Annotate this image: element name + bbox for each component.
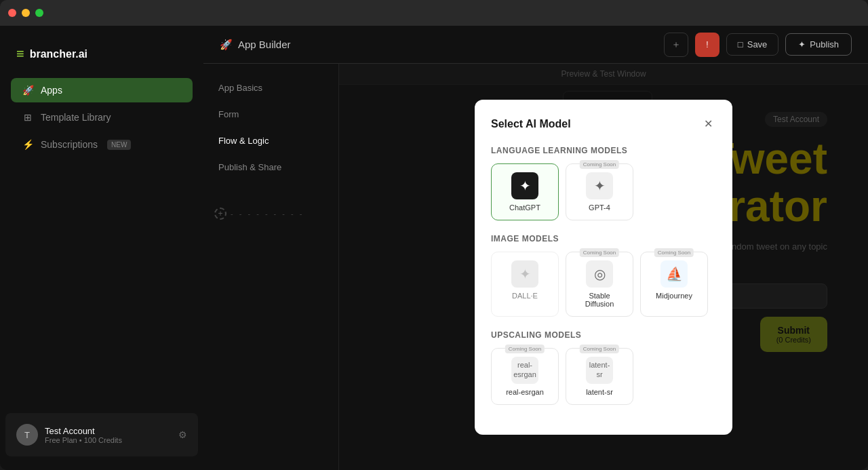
language-model-grid: ✦ ChatGPT Coming Soon ✦ GPT-4	[491, 163, 716, 220]
nav-items: 🚀 Apps ⊞ Template Library ⚡ Subscription…	[0, 78, 203, 413]
logo-icon: ≡	[16, 46, 24, 62]
account-details: Test Account Free Plan • 100 Credits	[45, 426, 122, 444]
builder-nav-app-basics[interactable]: App Basics	[203, 75, 338, 101]
builder-nav-publish-share[interactable]: Publish & Share	[203, 154, 338, 180]
logo: ≡ brancher.ai	[0, 39, 203, 78]
window: ≡ brancher.ai 🚀 Apps ⊞ Template Library …	[0, 0, 868, 470]
image-section: Image Models ✦ DALL·E Coming Soon ◎	[491, 234, 716, 317]
apps-icon: 🚀	[22, 85, 34, 96]
stable-diffusion-icon: ◎	[586, 260, 613, 288]
sidebar-item-template-label: Template Library	[41, 112, 111, 123]
language-section: Language Learning Models ✦ ChatGPT Comin…	[491, 146, 716, 220]
midjourney-icon: ⛵	[660, 260, 688, 288]
add-node-button[interactable]: +	[214, 208, 226, 220]
main-content: 🚀 App Builder ＋ ! □ Save ✦ Publish	[203, 26, 868, 470]
chatgpt-icon: ✦	[511, 172, 538, 199]
add-button[interactable]: ＋	[664, 33, 688, 57]
real-esrgan-icon: real-esrgan	[511, 357, 538, 384]
modal-title: Select AI Model	[491, 118, 571, 130]
sidebar-item-template-library[interactable]: ⊞ Template Library	[11, 105, 193, 130]
real-esrgan-coming-soon: Coming Soon	[505, 345, 545, 353]
model-card-stable-diffusion[interactable]: Coming Soon ◎ Stable Diffusion	[566, 252, 633, 317]
maximize-button[interactable]	[35, 9, 43, 17]
dalle-label: DALL·E	[512, 292, 538, 300]
gpt4-icon: ✦	[586, 172, 613, 199]
image-section-title: Image Models	[491, 234, 716, 243]
content-area: App Basics Form Flow & Logic Publish & S…	[203, 64, 868, 470]
sidebar-item-subscriptions-label: Subscriptions	[41, 139, 98, 150]
latent-sr-label: latent-sr	[586, 388, 613, 396]
latent-sr-icon: latent-sr	[586, 357, 613, 384]
model-card-dalle[interactable]: ✦ DALL·E	[491, 252, 559, 317]
app-builder-label: App Builder	[238, 39, 291, 50]
publish-icon: ✦	[798, 39, 806, 50]
publish-button[interactable]: ✦ Publish	[785, 33, 852, 56]
builder-sidebar: App Basics Form Flow & Logic Publish & S…	[203, 64, 339, 470]
midjourney-label: Midjourney	[656, 292, 692, 300]
dalle-icon: ✦	[511, 260, 538, 288]
save-button[interactable]: □ Save	[726, 33, 779, 56]
model-card-real-esrgan[interactable]: Coming Soon real-esrgan real-esrgan	[491, 348, 559, 405]
model-card-chatgpt[interactable]: ✦ ChatGPT	[491, 163, 559, 220]
upscaling-section-title: Upscaling Models	[491, 330, 716, 340]
template-icon: ⊞	[22, 112, 34, 123]
builder-nav-flow-logic[interactable]: Flow & Logic	[203, 128, 338, 154]
notification-button[interactable]: !	[695, 33, 719, 57]
model-card-latent-sr[interactable]: Coming Soon latent-sr latent-sr	[566, 348, 633, 405]
gpt4-coming-soon: Coming Soon	[580, 160, 619, 169]
account-plan: Free Plan • 100 Credits	[45, 436, 122, 444]
account-name: Test Account	[45, 426, 122, 436]
save-label: Save	[747, 39, 768, 50]
image-model-grid: ✦ DALL·E Coming Soon ◎ Stable Diffusion	[491, 252, 716, 317]
select-ai-model-modal: Select AI Model ✕ Language Learning Mode…	[475, 100, 732, 435]
avatar: T	[16, 424, 38, 446]
avatar-initials: T	[24, 430, 30, 440]
sidebar-item-apps-label: Apps	[41, 85, 62, 96]
upscaling-section: Upscaling Models Coming Soon real-esrgan…	[491, 330, 716, 405]
stable-diffusion-coming-soon: Coming Soon	[580, 248, 619, 257]
account-footer: T Test Account Free Plan • 100 Credits ⚙	[5, 413, 198, 456]
real-esrgan-label: real-esrgan	[506, 388, 544, 396]
title-bar	[0, 0, 868, 26]
topbar: 🚀 App Builder ＋ ! □ Save ✦ Publish	[203, 26, 868, 64]
chatgpt-label: ChatGPT	[509, 203, 540, 212]
account-info: T Test Account Free Plan • 100 Credits	[16, 424, 122, 446]
modal-overlay[interactable]: Select AI Model ✕ Language Learning Mode…	[339, 64, 868, 470]
flow-connector: - - - - - - - - -	[231, 210, 304, 218]
stable-diffusion-label: Stable Diffusion	[574, 292, 625, 308]
sidebar-item-subscriptions[interactable]: ⚡ Subscriptions NEW	[11, 132, 193, 157]
sidebar: ≡ brancher.ai 🚀 Apps ⊞ Template Library …	[0, 26, 203, 470]
gpt4-label: GPT-4	[589, 203, 610, 212]
midjourney-coming-soon: Coming Soon	[654, 248, 694, 257]
model-card-midjourney[interactable]: Coming Soon ⛵ Midjourney	[640, 252, 708, 317]
settings-button[interactable]: ⚙	[178, 429, 187, 440]
sidebar-item-apps[interactable]: 🚀 Apps	[11, 78, 193, 102]
close-button[interactable]	[8, 9, 16, 17]
save-icon: □	[738, 39, 743, 50]
minimize-button[interactable]	[22, 9, 30, 17]
language-section-title: Language Learning Models	[491, 146, 716, 155]
topbar-actions: ＋ ! □ Save ✦ Publish	[664, 33, 852, 57]
logo-text: brancher.ai	[30, 48, 87, 60]
model-card-gpt4[interactable]: Coming Soon ✦ GPT-4	[566, 163, 633, 220]
upscaling-model-grid: Coming Soon real-esrgan real-esrgan Comi…	[491, 348, 716, 405]
modal-header: Select AI Model ✕	[491, 116, 716, 132]
subscriptions-badge: NEW	[107, 140, 131, 150]
modal-close-button[interactable]: ✕	[700, 116, 716, 132]
subscriptions-icon: ⚡	[22, 139, 34, 150]
publish-label: Publish	[810, 39, 839, 50]
preview-area: ⚡ E Logic Flow Preview & Test Window Tes…	[339, 64, 868, 470]
latent-sr-coming-soon: Coming Soon	[580, 345, 619, 353]
builder-nav-form[interactable]: Form	[203, 101, 338, 128]
app-builder-title: 🚀 App Builder	[220, 39, 291, 51]
app-builder-icon: 🚀	[220, 39, 233, 51]
